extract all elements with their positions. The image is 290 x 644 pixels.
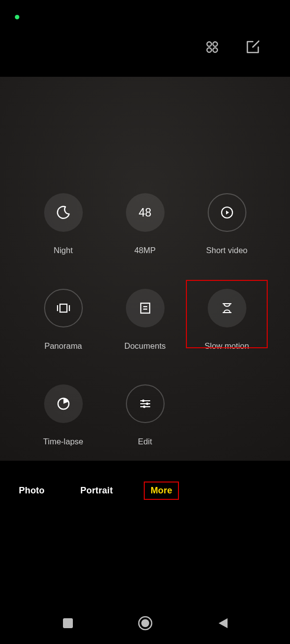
svg-point-1	[213, 42, 218, 47]
system-nav-bar	[0, 607, 290, 644]
svg-rect-8	[141, 303, 150, 313]
sliders-icon	[126, 384, 165, 423]
mode-label: Panorama	[44, 341, 82, 351]
tab-portrait[interactable]: Portrait	[75, 483, 118, 499]
empty-cell	[186, 384, 268, 446]
svg-point-13	[142, 400, 144, 402]
grid-dots-icon	[205, 40, 220, 54]
mode-night[interactable]: Night	[22, 193, 104, 255]
highlight-box	[186, 280, 268, 348]
camera-active-indicator-icon	[15, 15, 19, 19]
circle-icon	[137, 615, 153, 631]
mode-grid: Night 48 48MP Short video Panorama	[0, 193, 290, 446]
svg-rect-5	[60, 304, 67, 312]
svg-point-0	[207, 42, 212, 47]
square-icon	[61, 617, 74, 630]
mode-short-video[interactable]: Short video	[186, 193, 268, 255]
mode-label: Documents	[124, 341, 166, 351]
edit-square-icon	[245, 40, 260, 54]
tab-photo[interactable]: Photo	[14, 483, 50, 499]
svg-point-20	[141, 619, 149, 627]
top-actions	[205, 40, 260, 54]
mode-edit[interactable]: Edit	[104, 384, 186, 446]
mode-label: Edit	[138, 437, 152, 446]
mode-slow-motion[interactable]: Slow motion	[186, 289, 268, 351]
mode-time-lapse[interactable]: Time-lapse	[22, 384, 104, 446]
svg-point-2	[207, 48, 212, 53]
moon-icon	[44, 193, 83, 232]
tab-more[interactable]: More	[144, 482, 179, 500]
mode-tab-bar: Photo Portrait More	[0, 473, 290, 508]
edit-layout-button[interactable]	[245, 40, 260, 54]
clock-partial-icon	[44, 384, 83, 423]
svg-point-3	[213, 48, 218, 53]
svg-rect-18	[63, 618, 73, 628]
mode-label: Night	[54, 246, 73, 255]
mode-label: Time-lapse	[43, 437, 83, 446]
mode-panorama[interactable]: Panorama	[22, 289, 104, 351]
mode-number: 48	[139, 206, 152, 219]
svg-point-17	[143, 406, 145, 408]
panorama-icon	[44, 289, 83, 327]
mode-label: 48MP	[134, 246, 156, 255]
document-icon	[126, 289, 165, 327]
grid-arrange-button[interactable]	[205, 40, 220, 54]
nav-back-button[interactable]	[217, 617, 229, 630]
mode-label: Short video	[206, 246, 247, 255]
nav-home-button[interactable]	[137, 615, 153, 631]
svg-point-15	[146, 403, 148, 405]
mode-documents[interactable]: Documents	[104, 289, 186, 351]
play-circle-icon	[208, 193, 246, 232]
48mp-icon: 48	[126, 193, 165, 232]
nav-recents-button[interactable]	[61, 617, 74, 630]
mode-48mp[interactable]: 48 48MP	[104, 193, 186, 255]
status-bar	[0, 0, 290, 25]
triangle-back-icon	[217, 617, 229, 630]
